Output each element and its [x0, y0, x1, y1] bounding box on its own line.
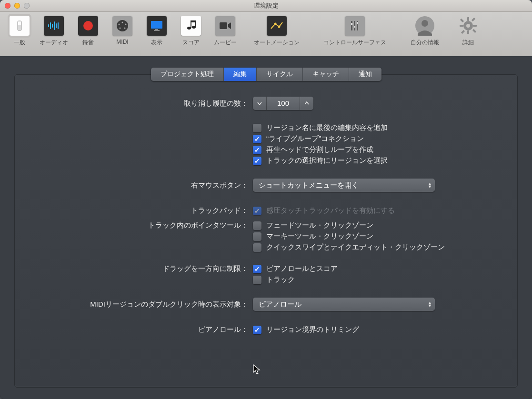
svg-rect-39: [460, 19, 464, 22]
pianoroll-label: ピアノロール：: [15, 325, 253, 334]
right-mouse-label: 右マウスボタン：: [15, 181, 253, 190]
svg-rect-16: [155, 29, 158, 30]
toolbar-control-surface-label: コントロールサーフェス: [323, 39, 386, 47]
midi-doubleclick-select[interactable]: ピアノロール ▲▼: [253, 298, 435, 311]
tab-edit[interactable]: 編集: [224, 68, 257, 81]
trackpad-label: トラックパッド：: [15, 206, 253, 215]
advanced-icon: [458, 16, 478, 36]
midi-doubleclick-label: MIDIリージョンのダブルクリック時の表示対象：: [15, 300, 253, 309]
toolbar-record[interactable]: 録音: [74, 16, 102, 47]
prefs-toolbar: 一般 オーディオ 録音 M: [0, 12, 532, 61]
cb-marquee-zone[interactable]: [253, 232, 261, 241]
svg-rect-38: [473, 25, 477, 27]
cb-piano-score-label: ピアノロールとスコア: [266, 264, 338, 273]
audio-icon: [44, 16, 64, 36]
undo-count-value: 100: [266, 97, 300, 110]
toolbar-automation-label: オートメーション: [254, 39, 300, 47]
midi-icon: [112, 16, 132, 36]
record-icon: [78, 16, 98, 36]
cb-playhead-loop-label: 再生ヘッドで分割しループを作成: [266, 145, 373, 154]
svg-rect-40: [472, 29, 476, 33]
cb-track-label: トラック: [266, 275, 295, 284]
window-title: 環境設定: [0, 1, 532, 10]
toolbar-advanced-label: 詳細: [462, 39, 474, 47]
svg-point-18: [187, 27, 191, 30]
svg-rect-1: [18, 21, 21, 25]
svg-point-43: [466, 24, 470, 28]
svg-rect-42: [461, 30, 465, 34]
cb-region-name-label: リージョン名に最後の編集内容を追加: [266, 123, 388, 132]
tab-catch[interactable]: キャッチ: [303, 68, 349, 81]
toolbar-audio-label: オーディオ: [40, 39, 68, 47]
svg-point-33: [422, 20, 428, 27]
svg-point-8: [83, 21, 93, 30]
svg-rect-22: [191, 20, 196, 22]
toolbar-automation[interactable]: オートメーション: [246, 16, 308, 47]
cb-quick-swipe-zone[interactable]: [253, 243, 261, 252]
cb-piano-score[interactable]: [253, 265, 261, 273]
titlebar: 環境設定: [0, 0, 532, 12]
content-area: プロジェクト処理 編集 サイクル キャッチ 通知 取り消し履歴の数： 100: [0, 56, 532, 399]
cb-region-name[interactable]: [253, 124, 261, 132]
cb-force-touch-label: 感圧タッチトラックパッドを有効にする: [266, 206, 395, 215]
svg-rect-29: [354, 26, 355, 28]
toolbar-my-info[interactable]: 自分の情報: [402, 16, 448, 47]
toolbar-advanced[interactable]: 詳細: [454, 16, 482, 47]
toolbar-movie[interactable]: ムービー: [211, 16, 239, 47]
toolbar-display[interactable]: 表示: [143, 16, 171, 47]
svg-point-14: [124, 28, 126, 29]
tab-project[interactable]: プロジェクト処理: [151, 68, 224, 81]
tab-notify[interactable]: 通知: [349, 68, 381, 81]
toolbar-score[interactable]: スコア: [177, 16, 205, 47]
svg-point-19: [192, 26, 196, 29]
cb-playhead-loop[interactable]: [253, 146, 261, 154]
svg-rect-20: [191, 21, 191, 28]
movie-icon: [215, 16, 235, 36]
cb-live-groove-label: “ライブグルーブ”コネクション: [266, 134, 364, 143]
cb-select-region[interactable]: [253, 157, 261, 165]
svg-point-13: [120, 28, 121, 29]
general-icon: [10, 16, 30, 36]
toolbar-midi-label: MIDI: [116, 39, 128, 45]
preferences-window: 環境設定 一般 オーディオ: [0, 0, 532, 399]
edit-form: 取り消し履歴の数： 100 リージョン名に最後の編集内容を追加: [15, 95, 517, 336]
stepper-increment[interactable]: [300, 97, 313, 110]
toolbar-movie-label: ムービー: [214, 39, 237, 47]
stepper-decrement[interactable]: [253, 97, 266, 110]
cb-live-groove[interactable]: [253, 135, 261, 143]
settings-panel: プロジェクト処理 編集 サイクル キャッチ 通知 取り消し履歴の数： 100: [14, 74, 518, 388]
undo-count-stepper[interactable]: 100: [253, 97, 313, 110]
right-mouse-select[interactable]: ショートカットメニューを開く ▲▼: [253, 179, 435, 192]
cb-trim-region-border[interactable]: [253, 326, 261, 334]
select-arrows-icon: ▲▼: [428, 301, 432, 307]
cb-fade-zone[interactable]: [253, 221, 261, 230]
cb-quick-swipe-zone-label: クイックスワイプとテイクエディット・クリックゾーン: [266, 243, 445, 252]
tab-bar: プロジェクト処理 編集 サイクル キャッチ 通知: [15, 68, 517, 81]
svg-rect-27: [351, 23, 352, 25]
cb-track[interactable]: [253, 276, 261, 284]
cb-force-touch: [253, 207, 261, 215]
svg-rect-31: [357, 22, 358, 24]
control-surface-icon: [345, 16, 365, 36]
svg-rect-15: [151, 21, 162, 29]
right-mouse-value: ショートカットメニューを開く: [259, 181, 359, 189]
select-arrows-icon: ▲▼: [428, 182, 432, 188]
score-icon: [181, 16, 201, 36]
svg-rect-23: [220, 22, 227, 29]
toolbar-midi[interactable]: MIDI: [109, 16, 136, 45]
toolbar-audio[interactable]: オーディオ: [40, 16, 68, 47]
cb-select-region-label: トラックの選択時にリージョンを選択: [266, 156, 388, 165]
undo-count-label: 取り消し履歴の数：: [15, 99, 253, 108]
display-icon: [147, 16, 167, 36]
svg-point-24: [274, 23, 277, 25]
toolbar-control-surface[interactable]: コントロールサーフェス: [314, 16, 395, 47]
cb-trim-region-border-label: リージョン境界のトリミング: [266, 325, 359, 334]
toolbar-general-label: 一般: [14, 39, 25, 47]
automation-icon: [267, 16, 287, 36]
svg-point-12: [125, 24, 127, 25]
toolbar-general[interactable]: 一般: [6, 16, 33, 47]
tab-cycle[interactable]: サイクル: [257, 68, 303, 81]
toolbar-my-info-label: 自分の情報: [411, 39, 439, 47]
svg-rect-36: [467, 30, 469, 34]
svg-rect-41: [472, 18, 475, 21]
